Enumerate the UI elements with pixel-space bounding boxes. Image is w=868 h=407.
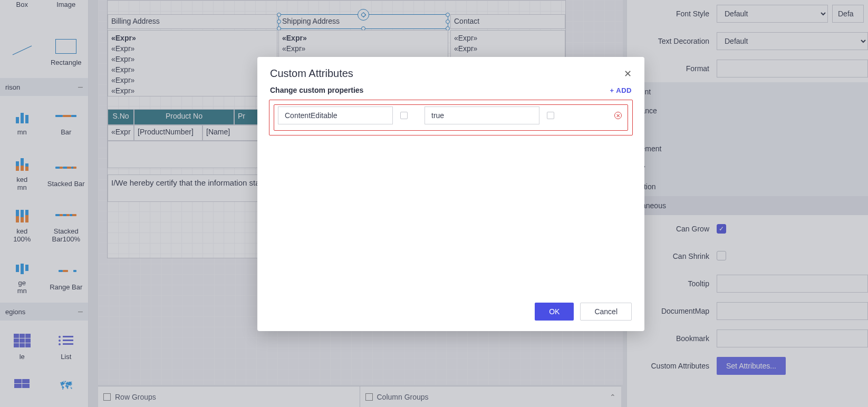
- dialog-title: Custom Attributes: [270, 67, 353, 80]
- ok-button[interactable]: OK: [535, 303, 574, 321]
- add-button[interactable]: + ADD: [610, 86, 632, 94]
- cancel-button[interactable]: Cancel: [580, 303, 632, 321]
- attribute-name-input[interactable]: [278, 106, 393, 124]
- attributes-grid: ✕: [269, 100, 633, 135]
- dialog-subtitle: Change custom properties: [270, 86, 363, 94]
- attribute-row: ✕: [275, 105, 627, 125]
- attribute-value-expr-checkbox[interactable]: [547, 112, 554, 119]
- custom-attributes-dialog: Custom Attributes ✕ Change custom proper…: [257, 57, 644, 331]
- attribute-value-input[interactable]: [425, 106, 539, 124]
- attribute-name-expr-checkbox[interactable]: [400, 112, 408, 119]
- close-icon[interactable]: ✕: [624, 68, 632, 80]
- remove-icon[interactable]: ✕: [614, 112, 622, 119]
